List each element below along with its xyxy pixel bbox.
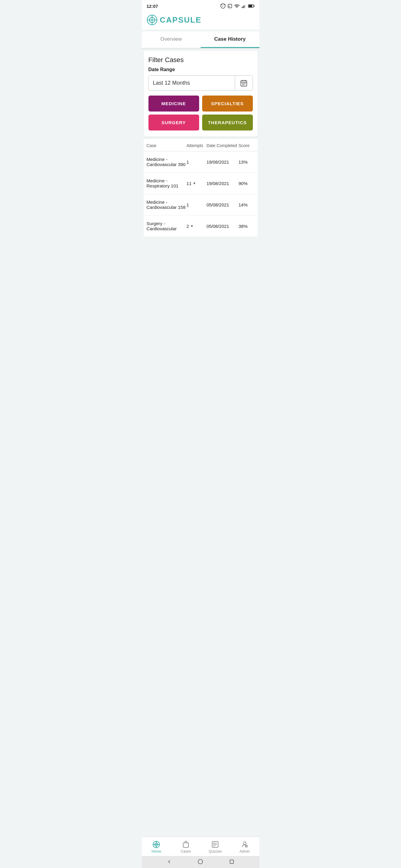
nfc-icon: N [228, 3, 232, 9]
attempts-cell[interactable]: 2 ▼ [187, 224, 206, 229]
header-case: Case [147, 143, 187, 148]
attempts-value: 11 [187, 181, 192, 186]
specialties-filter-button[interactable]: SPECIALTIES [202, 96, 253, 112]
attempts-cell: 1 [187, 202, 206, 207]
svg-rect-20 [242, 84, 243, 85]
date-completed: 19/08/2021 [206, 159, 238, 164]
calendar-button[interactable] [235, 76, 253, 90]
attempts-value: 1 [187, 159, 189, 164]
svg-rect-18 [243, 83, 244, 84]
table-header: Case Attempts Date Completed Score [144, 139, 258, 151]
case-name: Medicine - Cardiovascular 158 [147, 199, 187, 210]
case-name: Surgery - Cardiovascular [147, 221, 187, 231]
filter-buttons: MEDICINE SPECIALTIES SURGERY THERAPEUTIC… [148, 96, 253, 130]
therapeutics-filter-button[interactable]: THERAPEUTICS [202, 115, 253, 130]
svg-text:N: N [228, 5, 230, 7]
svg-rect-19 [245, 83, 246, 84]
case-name: Medicine - Respiratory 101 [147, 178, 187, 188]
chevron-down-icon: ▼ [193, 181, 196, 185]
table-row[interactable]: Medicine - Respiratory 101 11 ▼ 19/08/20… [144, 173, 258, 194]
alarm-icon [220, 3, 226, 9]
date-range-container [148, 75, 253, 91]
svg-rect-5 [245, 4, 245, 8]
table-row[interactable]: Medicine - Cardiovascular 158 1 05/08/20… [144, 194, 258, 216]
status-icons: N [220, 3, 255, 9]
date-range-label: Date Range [148, 67, 253, 72]
tab-overview[interactable]: Overview [142, 31, 201, 48]
svg-rect-21 [243, 84, 244, 85]
status-bar: 12:07 N [142, 0, 259, 11]
status-time: 12:07 [147, 4, 158, 9]
medicine-filter-button[interactable]: MEDICINE [148, 96, 199, 112]
tab-case-history[interactable]: Case History [201, 31, 259, 48]
attempts-value: 1 [187, 202, 189, 207]
svg-rect-4 [244, 5, 245, 8]
svg-rect-8 [249, 5, 252, 7]
svg-rect-3 [242, 6, 243, 8]
svg-rect-2 [242, 7, 242, 8]
svg-rect-17 [242, 83, 243, 84]
header-attempts: Attempts [187, 143, 206, 148]
header-date-completed: Date Completed [206, 143, 238, 148]
date-completed: 05/08/2021 [206, 202, 238, 207]
score: 90% [238, 181, 254, 186]
tabs-bar: Overview Case History [142, 31, 259, 48]
calendar-icon [240, 79, 248, 87]
battery-icon [248, 4, 255, 8]
attempts-cell: 1 [187, 159, 206, 164]
score: 38% [238, 224, 254, 229]
date-completed: 19/08/2021 [206, 181, 238, 186]
attempts-value: 2 [187, 224, 189, 229]
date-range-input[interactable] [149, 76, 235, 90]
chevron-down-icon: ▼ [190, 224, 193, 228]
case-name: Medicine - Cardiovascular 390 [147, 157, 187, 167]
app-header: CAPSULE [142, 11, 259, 30]
svg-rect-7 [254, 5, 254, 7]
signal-icon [241, 3, 246, 9]
logo-text: CAPSULE [160, 16, 202, 25]
score: 13% [238, 159, 254, 164]
header-score: Score [238, 143, 254, 148]
logo-icon [147, 14, 157, 25]
attempts-cell[interactable]: 11 ▼ [187, 181, 206, 186]
date-completed: 05/08/2021 [206, 224, 238, 229]
wifi-icon [234, 3, 239, 9]
surgery-filter-button[interactable]: SURGERY [148, 115, 199, 130]
filter-section: Filter Cases Date Range MEDICINE SPECIAL… [144, 51, 258, 136]
score: 14% [238, 202, 254, 207]
logo: CAPSULE [147, 14, 202, 25]
filter-title: Filter Cases [148, 56, 253, 64]
table-row[interactable]: Surgery - Cardiovascular 2 ▼ 05/08/2021 … [144, 216, 258, 237]
case-history-table: Case Attempts Date Completed Score Medic… [144, 139, 258, 237]
table-row[interactable]: Medicine - Cardiovascular 390 1 19/08/20… [144, 151, 258, 173]
